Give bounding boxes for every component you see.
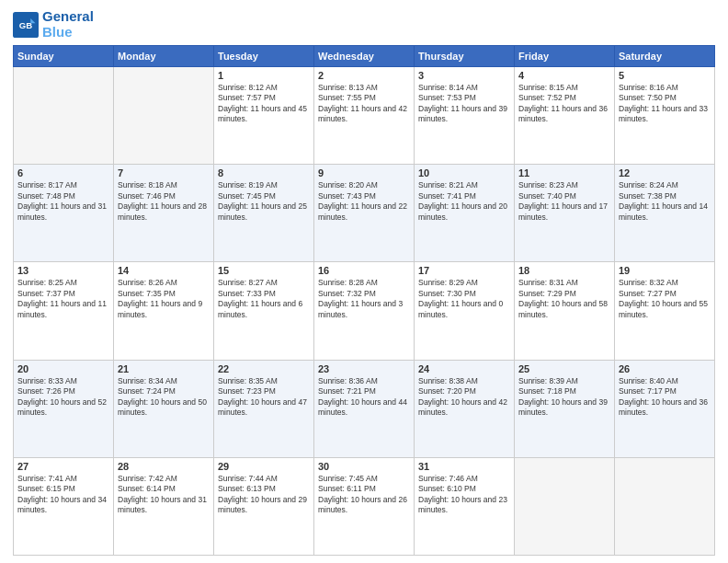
day-info: Sunrise: 8:38 AM Sunset: 7:20 PM Dayligh… [418, 376, 510, 419]
day-info: Sunrise: 8:31 AM Sunset: 7:29 PM Dayligh… [518, 278, 610, 320]
weekday-monday: Monday [114, 46, 214, 67]
day-info: Sunrise: 8:13 AM Sunset: 7:55 PM Dayligh… [318, 83, 410, 125]
calendar-cell-0-2: 1Sunrise: 8:12 AM Sunset: 7:57 PM Daylig… [214, 67, 314, 165]
day-info: Sunrise: 8:29 AM Sunset: 7:30 PM Dayligh… [418, 278, 510, 320]
day-info: Sunrise: 7:44 AM Sunset: 6:13 PM Dayligh… [218, 474, 310, 516]
day-info: Sunrise: 7:45 AM Sunset: 6:11 PM Dayligh… [318, 474, 410, 516]
day-info: Sunrise: 8:18 AM Sunset: 7:46 PM Dayligh… [118, 180, 210, 223]
day-number: 23 [318, 363, 410, 374]
calendar-cell-4-1: 28Sunrise: 7:42 AM Sunset: 6:14 PM Dayli… [114, 457, 214, 555]
calendar-cell-2-2: 15Sunrise: 8:27 AM Sunset: 7:33 PM Dayli… [214, 262, 314, 360]
weekday-sunday: Sunday [14, 46, 114, 67]
weekday-wednesday: Wednesday [314, 46, 415, 67]
calendar-cell-0-6: 5Sunrise: 8:16 AM Sunset: 7:50 PM Daylig… [615, 67, 715, 165]
day-info: Sunrise: 8:23 AM Sunset: 7:40 PM Dayligh… [518, 180, 610, 223]
calendar-cell-1-2: 8Sunrise: 8:19 AM Sunset: 7:45 PM Daylig… [214, 165, 314, 262]
day-number: 17 [418, 265, 510, 276]
calendar-cell-3-2: 22Sunrise: 8:35 AM Sunset: 7:23 PM Dayli… [214, 360, 314, 457]
day-info: Sunrise: 8:20 AM Sunset: 7:43 PM Dayligh… [318, 180, 410, 223]
day-info: Sunrise: 8:19 AM Sunset: 7:45 PM Dayligh… [218, 180, 310, 223]
calendar-cell-3-4: 24Sunrise: 8:38 AM Sunset: 7:20 PM Dayli… [415, 360, 515, 457]
calendar-cell-1-1: 7Sunrise: 8:18 AM Sunset: 7:46 PM Daylig… [114, 165, 214, 262]
day-info: Sunrise: 8:15 AM Sunset: 7:52 PM Dayligh… [518, 83, 610, 125]
calendar: SundayMondayTuesdayWednesdayThursdayFrid… [13, 45, 715, 556]
day-number: 7 [118, 167, 210, 178]
calendar-cell-2-1: 14Sunrise: 8:26 AM Sunset: 7:35 PM Dayli… [114, 262, 214, 360]
day-number: 10 [418, 167, 510, 178]
day-number: 8 [218, 167, 310, 178]
day-number: 26 [619, 363, 711, 374]
day-number: 4 [518, 70, 610, 81]
calendar-cell-0-5: 4Sunrise: 8:15 AM Sunset: 7:52 PM Daylig… [515, 67, 615, 165]
day-info: Sunrise: 8:12 AM Sunset: 7:57 PM Dayligh… [218, 83, 310, 125]
day-info: Sunrise: 8:24 AM Sunset: 7:38 PM Dayligh… [619, 180, 711, 223]
day-number: 24 [418, 363, 510, 374]
day-number: 27 [17, 461, 109, 472]
day-number: 28 [118, 461, 210, 472]
calendar-row-1: 6Sunrise: 8:17 AM Sunset: 7:48 PM Daylig… [14, 165, 715, 262]
day-number: 3 [418, 70, 510, 81]
logo: GB General Blue [13, 9, 94, 40]
calendar-cell-3-0: 20Sunrise: 8:33 AM Sunset: 7:26 PM Dayli… [14, 360, 114, 457]
day-info: Sunrise: 8:34 AM Sunset: 7:24 PM Dayligh… [118, 376, 210, 419]
day-number: 16 [318, 265, 410, 276]
day-number: 29 [218, 461, 310, 472]
day-number: 15 [218, 265, 310, 276]
calendar-cell-3-3: 23Sunrise: 8:36 AM Sunset: 7:21 PM Dayli… [314, 360, 415, 457]
calendar-cell-1-5: 11Sunrise: 8:23 AM Sunset: 7:40 PM Dayli… [515, 165, 615, 262]
calendar-cell-4-6 [615, 457, 715, 555]
calendar-cell-0-1 [114, 67, 214, 165]
calendar-cell-4-3: 30Sunrise: 7:45 AM Sunset: 6:11 PM Dayli… [314, 457, 415, 555]
day-info: Sunrise: 8:17 AM Sunset: 7:48 PM Dayligh… [17, 180, 109, 223]
day-info: Sunrise: 8:25 AM Sunset: 7:37 PM Dayligh… [17, 278, 109, 320]
calendar-cell-2-3: 16Sunrise: 8:28 AM Sunset: 7:32 PM Dayli… [314, 262, 415, 360]
day-number: 2 [318, 70, 410, 81]
logo-icon: GB [13, 12, 39, 38]
day-info: Sunrise: 7:41 AM Sunset: 6:15 PM Dayligh… [17, 474, 109, 516]
header: GB General Blue [13, 9, 715, 40]
day-info: Sunrise: 8:39 AM Sunset: 7:18 PM Dayligh… [518, 376, 610, 419]
weekday-thursday: Thursday [415, 46, 515, 67]
calendar-cell-2-0: 13Sunrise: 8:25 AM Sunset: 7:37 PM Dayli… [14, 262, 114, 360]
day-number: 18 [518, 265, 610, 276]
calendar-cell-0-3: 2Sunrise: 8:13 AM Sunset: 7:55 PM Daylig… [314, 67, 415, 165]
calendar-cell-0-4: 3Sunrise: 8:14 AM Sunset: 7:53 PM Daylig… [415, 67, 515, 165]
logo-text: General Blue [42, 9, 94, 40]
calendar-row-0: 1Sunrise: 8:12 AM Sunset: 7:57 PM Daylig… [14, 67, 715, 165]
calendar-cell-3-1: 21Sunrise: 8:34 AM Sunset: 7:24 PM Dayli… [114, 360, 214, 457]
calendar-cell-4-5 [515, 457, 615, 555]
day-number: 9 [318, 167, 410, 178]
calendar-cell-2-6: 19Sunrise: 8:32 AM Sunset: 7:27 PM Dayli… [615, 262, 715, 360]
day-number: 14 [118, 265, 210, 276]
calendar-cell-1-4: 10Sunrise: 8:21 AM Sunset: 7:41 PM Dayli… [415, 165, 515, 262]
day-number: 5 [619, 70, 711, 81]
calendar-row-4: 27Sunrise: 7:41 AM Sunset: 6:15 PM Dayli… [14, 457, 715, 555]
day-info: Sunrise: 8:33 AM Sunset: 7:26 PM Dayligh… [17, 376, 109, 419]
day-info: Sunrise: 8:26 AM Sunset: 7:35 PM Dayligh… [118, 278, 210, 320]
svg-text:GB: GB [19, 19, 32, 29]
calendar-cell-1-0: 6Sunrise: 8:17 AM Sunset: 7:48 PM Daylig… [14, 165, 114, 262]
day-info: Sunrise: 8:16 AM Sunset: 7:50 PM Dayligh… [619, 83, 711, 125]
day-info: Sunrise: 8:40 AM Sunset: 7:17 PM Dayligh… [619, 376, 711, 419]
calendar-cell-4-4: 31Sunrise: 7:46 AM Sunset: 6:10 PM Dayli… [415, 457, 515, 555]
day-info: Sunrise: 8:14 AM Sunset: 7:53 PM Dayligh… [418, 83, 510, 125]
calendar-row-2: 13Sunrise: 8:25 AM Sunset: 7:37 PM Dayli… [14, 262, 715, 360]
calendar-cell-3-5: 25Sunrise: 8:39 AM Sunset: 7:18 PM Dayli… [515, 360, 615, 457]
day-info: Sunrise: 7:42 AM Sunset: 6:14 PM Dayligh… [118, 474, 210, 516]
day-info: Sunrise: 8:27 AM Sunset: 7:33 PM Dayligh… [218, 278, 310, 320]
weekday-header-row: SundayMondayTuesdayWednesdayThursdayFrid… [14, 46, 715, 67]
day-number: 1 [218, 70, 310, 81]
calendar-cell-0-0 [14, 67, 114, 165]
day-info: Sunrise: 8:32 AM Sunset: 7:27 PM Dayligh… [619, 278, 711, 320]
day-number: 30 [318, 461, 410, 472]
calendar-cell-4-2: 29Sunrise: 7:44 AM Sunset: 6:13 PM Dayli… [214, 457, 314, 555]
calendar-cell-4-0: 27Sunrise: 7:41 AM Sunset: 6:15 PM Dayli… [14, 457, 114, 555]
day-info: Sunrise: 8:36 AM Sunset: 7:21 PM Dayligh… [318, 376, 410, 419]
day-info: Sunrise: 8:21 AM Sunset: 7:41 PM Dayligh… [418, 180, 510, 223]
day-info: Sunrise: 8:35 AM Sunset: 7:23 PM Dayligh… [218, 376, 310, 419]
day-number: 6 [17, 167, 109, 178]
day-number: 21 [118, 363, 210, 374]
weekday-tuesday: Tuesday [214, 46, 314, 67]
weekday-saturday: Saturday [615, 46, 715, 67]
day-info: Sunrise: 8:28 AM Sunset: 7:32 PM Dayligh… [318, 278, 410, 320]
